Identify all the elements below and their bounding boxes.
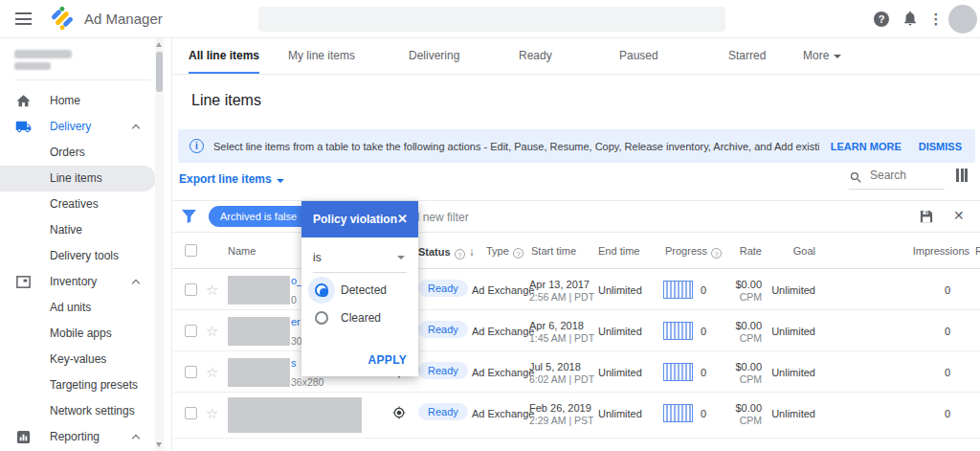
impressions-cell: 0 [874,284,950,296]
star-icon[interactable]: ☆ [206,282,218,299]
start-time-cell: Feb 26, 20192:29 AM | PST [529,402,594,427]
truck-icon [15,119,32,135]
row-checkbox[interactable] [185,407,197,419]
option-detected[interactable]: Detected [315,283,387,297]
sidebar-item-orders[interactable]: Orders [0,140,156,166]
close-filter-icon[interactable]: ✕ [953,208,965,223]
goal-cell: Unlimited [739,326,815,337]
col-header-start-time[interactable]: Start time [531,245,576,257]
sidebar-item-label: Native [50,217,82,243]
sidebar-item-home[interactable]: Home [0,88,156,114]
scrollbar-thumb[interactable] [156,52,163,92]
table-row[interactable]: ☆ er 30 Ready Ad Exchange Apr 6, 20181:4… [173,310,980,351]
start-time-cell: Apr 6, 20181:45 AM | PDT [529,320,594,345]
start-date: Apr 6, 2018 [529,320,584,331]
export-line-items-button[interactable]: Export line items [179,172,284,186]
sidebar-item-label: Delivery tools [50,243,119,269]
progress-value: 0 [701,408,706,419]
sidebar-item-inventory[interactable]: Inventory [0,269,156,295]
learn-more-button[interactable]: LEARN MORE [831,141,902,152]
sidebar-item-ad-units[interactable]: Ad units [0,295,156,321]
global-search-input[interactable] [258,7,725,32]
help-icon[interactable]: ? [872,10,891,29]
col-header-status[interactable]: Status?↓ [418,245,475,259]
dismiss-button[interactable]: DISMISS [919,141,962,152]
scroll-down-arrow[interactable] [156,442,162,447]
radio-selected-icon[interactable] [315,283,328,297]
save-icon[interactable] [920,210,933,223]
col-header-name[interactable]: Name [228,245,256,257]
col-header-type[interactable]: Type? [486,245,523,259]
help-icon: ? [513,248,523,259]
table-row[interactable]: ☆ o_ 0 Ready Ad Exchange Apr 13, 20172:5… [173,269,980,310]
filter-chip-label: Archived is false [220,211,297,222]
option-cleared[interactable]: Cleared [315,311,381,325]
start-date: Apr 13, 2017 [529,279,590,290]
sidebar-item-delivery[interactable]: Delivery [0,114,156,140]
sidebar-item-creatives[interactable]: Creatives [0,192,156,217]
avatar[interactable] [948,5,977,34]
tab-all-line-items[interactable]: All line items [189,38,259,74]
col-header-impressions[interactable]: Impressions [893,245,969,257]
col-header-goal[interactable]: Goal [739,245,815,257]
star-icon[interactable]: ☆ [206,364,218,381]
scroll-up-arrow[interactable] [156,42,162,47]
tab-paused[interactable]: Paused [619,38,658,74]
tab-more-label: More [803,49,829,62]
more-options-icon[interactable]: ⋮ [926,10,946,29]
table-row[interactable]: ☆ Ready Ad Exchange Feb 26, 20192:29 AM … [173,393,980,439]
sidebar-item-label: Orders [50,140,85,166]
apply-button[interactable]: APPLY [368,353,407,367]
sidebar-item-delivery-tools[interactable]: Delivery tools [0,243,156,269]
notifications-icon[interactable] [901,10,920,29]
product-name: Ad Manager [84,11,163,27]
table-search-input[interactable] [870,169,941,182]
sidebar-item-label: Creatives [50,192,99,217]
tab-my-line-items[interactable]: My line items [288,38,355,74]
tab-starred[interactable]: Starred [728,38,766,74]
line-item-name-redacted[interactable] [228,276,290,304]
line-item-name-redacted[interactable] [228,317,290,346]
operator-select[interactable]: is [313,251,407,273]
status-badge: Ready [418,280,468,297]
operator-value: is [313,251,322,264]
account-name-redacted [14,50,72,58]
popup-header[interactable]: Policy violation ✕ [301,201,418,237]
row-checkbox[interactable] [185,366,197,378]
col-header-revenue-clipped[interactable]: R [975,245,980,257]
star-icon[interactable]: ☆ [206,323,218,340]
menu-icon[interactable] [15,12,32,25]
sidebar-item-key-values[interactable]: Key-values [0,347,156,372]
tab-delivering[interactable]: Delivering [409,38,459,74]
row-checkbox[interactable] [185,325,197,337]
sidebar-item-native[interactable]: Native [0,217,156,243]
columns-icon[interactable] [956,169,969,182]
sidebar-item-line-items[interactable]: Line items [0,166,156,192]
sidebar-item-label: Mobile apps [50,321,112,347]
sidebar: Home Delivery Orders Line items Creative… [0,38,172,451]
sidebar-item-targeting-presets[interactable]: Targeting presets [0,372,156,398]
row-checkbox[interactable] [185,283,197,296]
sidebar-item-mobile-apps[interactable]: Mobile apps [0,321,156,347]
start-clock: 6:02 AM | PDT [529,373,594,385]
sidebar-scrollbar[interactable] [155,38,164,451]
sidebar-item-label: Ad units [50,295,91,321]
main-content: All line items My line items Delivering … [173,38,980,451]
sidebar-item-network-settings[interactable]: Network settings [0,398,156,424]
col-header-end-time[interactable]: End time [598,245,639,257]
inventory-icon [15,274,32,290]
close-icon[interactable]: ✕ [397,212,408,226]
radio-unselected-icon[interactable] [315,311,328,325]
tab-ready[interactable]: Ready [519,38,552,74]
name-fragment: s [291,357,297,369]
line-item-name-redacted[interactable] [228,358,290,387]
chevron-down-icon [277,179,284,183]
star-icon[interactable]: ☆ [206,405,218,422]
line-item-name-redacted[interactable] [228,397,362,433]
sidebar-item-reporting[interactable]: Reporting [0,424,156,450]
tab-more[interactable]: More [803,38,841,74]
name-size-fragment: 36x280 [291,376,323,388]
select-all-checkbox[interactable] [185,244,197,257]
start-clock: 2:29 AM | PST [529,415,594,426]
table-row[interactable]: ☆ s 36x280 Ready Ad Exchange Jul 5, 2018… [173,351,980,393]
